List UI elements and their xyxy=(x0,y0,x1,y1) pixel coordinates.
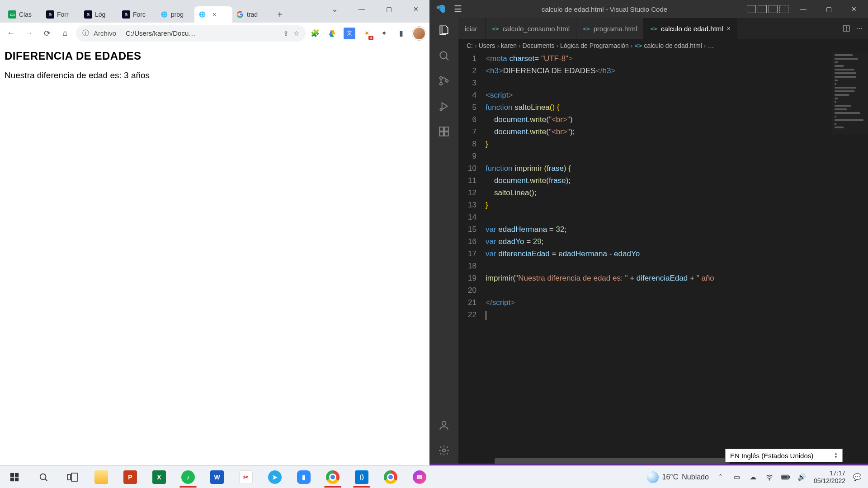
code-editor[interactable]: 12345678910111213141516171819202122 <met… xyxy=(458,52,868,458)
more-icon[interactable]: ··· xyxy=(857,24,863,33)
breadcrumb-item[interactable]: Lógica de Programación xyxy=(560,42,629,49)
search-button[interactable] xyxy=(29,466,58,488)
search-icon[interactable] xyxy=(437,49,451,62)
spotify-button[interactable]: ♪ xyxy=(174,466,203,488)
layout-icon[interactable] xyxy=(769,5,778,13)
scrollbar-thumb[interactable] xyxy=(495,458,730,464)
close-button[interactable]: ✕ xyxy=(402,0,429,18)
messenger-button[interactable]: ✉ xyxy=(405,466,434,488)
maximize-button[interactable]: ▢ xyxy=(375,0,402,18)
star-icon[interactable]: ☆ xyxy=(293,29,299,38)
chrome-tab-5[interactable]: 🌐× xyxy=(194,6,232,23)
close-icon[interactable]: × xyxy=(212,11,216,18)
drive-icon[interactable] xyxy=(326,28,338,39)
word-button[interactable]: W xyxy=(203,466,231,488)
sidepanel-icon[interactable]: ▮ xyxy=(395,28,407,39)
editor-tab-1[interactable]: <>calculo_consumo.html xyxy=(486,18,576,39)
volume-icon[interactable]: 🔊 xyxy=(797,473,807,482)
layout-icons[interactable] xyxy=(747,5,788,13)
extension-icon[interactable]: 🧩 xyxy=(309,28,321,39)
home-button[interactable]: ⌂ xyxy=(58,26,72,41)
layout-icon[interactable] xyxy=(747,5,756,13)
clock[interactable]: 17:17 05/12/2022 xyxy=(814,469,845,485)
chrome-button[interactable] xyxy=(318,466,347,488)
start-button[interactable] xyxy=(0,466,29,488)
svg-rect-13 xyxy=(15,473,19,476)
chrome-tab-6[interactable]: trad xyxy=(232,6,270,23)
breadcrumb[interactable]: C:› Users› karen› Documents› Lógica de P… xyxy=(458,39,868,52)
chrome-tab-0[interactable]: ▭Clas xyxy=(5,6,42,23)
breadcrumb-item[interactable]: … xyxy=(708,42,714,49)
split-editor-icon[interactable] xyxy=(842,24,850,33)
classroom-icon: ▭ xyxy=(8,10,16,19)
translate-icon[interactable]: 文 xyxy=(344,28,355,39)
chevron-down-icon[interactable]: ⌄ xyxy=(321,0,348,18)
svg-point-0 xyxy=(440,52,447,58)
editor-tab-2[interactable]: <>programa.html xyxy=(576,18,644,39)
code-content[interactable]: <meta charset= "UTF-8"><h3>DIFERENCIA DE… xyxy=(486,52,868,458)
extension-badge-icon[interactable]: ✴4 xyxy=(361,28,373,39)
close-button[interactable]: ✕ xyxy=(844,0,864,18)
new-tab-button[interactable]: + xyxy=(273,8,287,21)
settings-icon[interactable] xyxy=(437,444,451,457)
layout-icon[interactable] xyxy=(779,5,788,13)
chrome-tab-4[interactable]: 🌐prog xyxy=(156,6,194,23)
chrome-alt-button[interactable] xyxy=(376,466,405,488)
menu-icon[interactable]: ☰ xyxy=(454,4,462,14)
html-file-icon: <> xyxy=(583,25,590,32)
svg-point-1 xyxy=(440,77,442,79)
task-view-button[interactable] xyxy=(58,466,87,488)
reload-button[interactable]: ⟳ xyxy=(40,26,54,41)
info-icon[interactable]: ⓘ xyxy=(82,29,89,38)
explorer-icon[interactable] xyxy=(437,23,451,37)
weather-label: Nublado xyxy=(682,473,709,481)
file-explorer-button[interactable] xyxy=(87,466,116,488)
breadcrumb-item[interactable]: Documents xyxy=(523,42,555,49)
wifi-icon[interactable] xyxy=(765,473,774,482)
editor-tab-3[interactable]: <>calculo de edad.html× xyxy=(644,18,737,39)
extensions-icon[interactable]: ✦ xyxy=(378,28,390,39)
url-field[interactable]: ⓘ Archivo C:/Users/karen/Docu… ⇪ ☆ xyxy=(76,25,306,42)
language-label: EN Inglés (Estados Unidos) xyxy=(730,452,813,460)
onedrive-icon[interactable]: ☁ xyxy=(749,473,758,482)
svg-point-3 xyxy=(446,80,448,82)
maximize-button[interactable]: ▢ xyxy=(818,0,839,18)
minimize-button[interactable]: — xyxy=(348,0,375,18)
spinner-arrows-icon[interactable]: ▲▼ xyxy=(834,452,838,459)
powerpoint-button[interactable]: P xyxy=(116,466,145,488)
snip-button[interactable]: ✂ xyxy=(231,466,260,488)
breadcrumb-item[interactable]: C: xyxy=(467,42,473,49)
tab-label: Forc xyxy=(133,11,146,18)
source-control-icon[interactable] xyxy=(437,74,451,88)
minimap[interactable] xyxy=(832,52,868,134)
chrome-address-bar: ← → ⟳ ⌂ ⓘ Archivo C:/Users/karen/Docu… ⇪… xyxy=(0,23,429,44)
extensions-icon[interactable] xyxy=(437,125,451,138)
zoom-button[interactable]: ▮ xyxy=(289,466,318,488)
chrome-tab-2[interactable]: aLóg xyxy=(80,6,118,23)
breadcrumb-item[interactable]: karen xyxy=(501,42,517,49)
layout-icon[interactable] xyxy=(758,5,767,13)
chrome-tab-1[interactable]: aForr xyxy=(42,6,80,23)
excel-button[interactable]: X xyxy=(145,466,174,488)
minimize-button[interactable]: — xyxy=(793,0,814,18)
back-button[interactable]: ← xyxy=(4,26,18,41)
chrome-tab-3[interactable]: aForc xyxy=(118,6,156,23)
weather-widget[interactable]: 16°C Nublado xyxy=(647,471,709,483)
chrome-window-controls: ⌄ — ▢ ✕ xyxy=(321,0,429,23)
notifications-icon[interactable]: 💬 xyxy=(853,473,862,482)
account-icon[interactable] xyxy=(437,418,451,432)
share-icon[interactable]: ⇪ xyxy=(283,29,289,38)
chevron-up-icon[interactable]: ˄ xyxy=(716,473,725,482)
telegram-button[interactable]: ➤ xyxy=(260,466,289,488)
language-bar[interactable]: EN Inglés (Estados Unidos) ▲▼ xyxy=(725,449,843,462)
forward-button[interactable]: → xyxy=(22,26,36,41)
battery-icon[interactable] xyxy=(781,473,790,482)
vscode-button[interactable]: ⟨⟩ xyxy=(347,466,376,488)
breadcrumb-item[interactable]: calculo de edad.html xyxy=(644,42,702,49)
meet-now-icon[interactable]: ▭ xyxy=(732,473,741,482)
breadcrumb-item[interactable]: Users xyxy=(479,42,495,49)
run-debug-icon[interactable] xyxy=(437,99,451,113)
profile-avatar[interactable] xyxy=(412,27,426,40)
close-icon[interactable]: × xyxy=(727,25,731,32)
editor-tab-0[interactable]: iciar xyxy=(458,18,486,39)
